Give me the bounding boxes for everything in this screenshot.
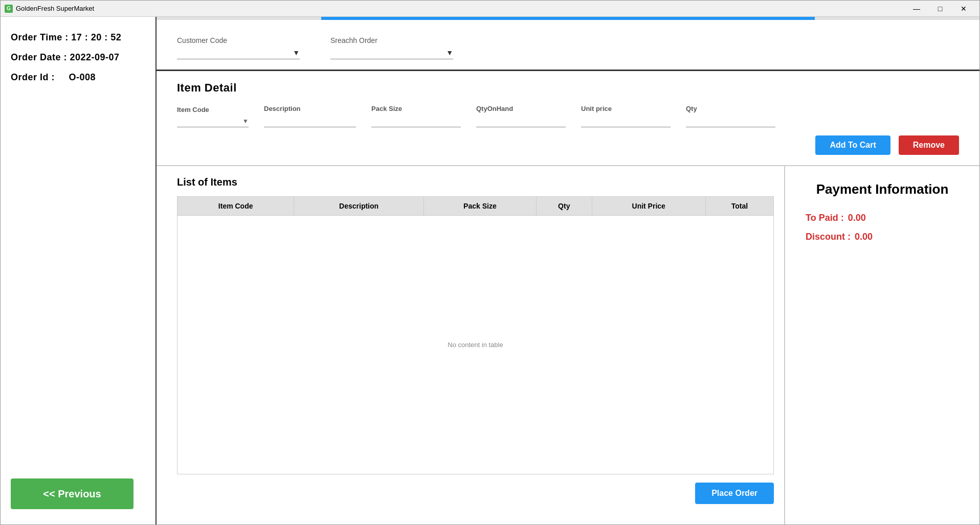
- order-time-label: Order Time :: [11, 32, 69, 42]
- window-controls: — □ ✕: [905, 1, 975, 17]
- qty-on-hand-label: QtyOnHand: [476, 105, 566, 112]
- app-title: GoldenFresh SuperMarket: [16, 5, 94, 12]
- action-buttons: Add To Cart Remove: [177, 135, 959, 155]
- place-order-row: Place Order: [177, 483, 774, 514]
- title-bar: G GoldenFresh SuperMarket — □ ✕: [1, 1, 979, 17]
- order-id-row: Order Id : O-008: [11, 72, 145, 83]
- customer-code-arrow: ▼: [293, 49, 300, 57]
- pack-size-label: Pack Size: [371, 105, 461, 112]
- discount-row: Discount : 0.00: [806, 232, 959, 242]
- item-detail-section: Item Detail Item Code ▼ Description: [157, 71, 979, 166]
- sidebar: Order Time : 17 : 20 : 52 Order Date : 2…: [1, 17, 157, 524]
- pack-size-group: Pack Size: [371, 105, 461, 127]
- description-input[interactable]: [264, 115, 356, 127]
- app-icon: G: [5, 5, 13, 13]
- sidebar-info: Order Time : 17 : 20 : 52 Order Date : 2…: [11, 32, 145, 83]
- no-content-cell: No content in table: [177, 216, 774, 474]
- qty-on-hand-group: QtyOnHand: [476, 105, 566, 127]
- col-qty: Qty: [536, 197, 592, 216]
- add-to-cart-button[interactable]: Add To Cart: [815, 135, 890, 155]
- order-id-label: Order Id :: [11, 72, 55, 82]
- payment-section: Payment Information To Paid : 0.00 Disco…: [785, 166, 979, 524]
- item-code-arrow: ▼: [242, 118, 249, 125]
- col-description: Description: [294, 197, 424, 216]
- list-section: List of Items Item Code Description Pack…: [157, 166, 785, 524]
- main-content: Customer Code ▼ Sreachh Order ▼ Item De: [157, 17, 979, 524]
- item-code-group: Item Code ▼: [177, 106, 249, 127]
- maximize-button[interactable]: □: [928, 1, 952, 17]
- order-id-value: O-008: [69, 72, 96, 82]
- minimize-button[interactable]: —: [905, 1, 928, 17]
- pack-size-input[interactable]: [371, 115, 461, 127]
- col-pack-size: Pack Size: [424, 197, 536, 216]
- order-time-value: 17 : 20 : 52: [71, 32, 121, 42]
- qty-input[interactable]: [686, 115, 775, 127]
- list-title: List of Items: [177, 176, 774, 188]
- bottom-section: List of Items Item Code Description Pack…: [157, 166, 979, 524]
- unit-price-input[interactable]: [581, 115, 671, 127]
- discount-label: Discount :: [806, 232, 851, 242]
- description-label: Description: [264, 105, 356, 112]
- payment-title: Payment Information: [806, 181, 959, 197]
- item-code-label: Item Code: [177, 106, 249, 113]
- discount-value: 0.00: [855, 232, 873, 242]
- previous-button[interactable]: << Previous: [11, 478, 133, 509]
- table-body: No content in table: [177, 216, 774, 474]
- item-detail-title: Item Detail: [177, 81, 959, 95]
- qty-on-hand-input[interactable]: [476, 115, 566, 127]
- unit-price-label: Unit price: [581, 105, 671, 112]
- col-item-code: Item Code: [177, 197, 294, 216]
- unit-price-group: Unit price: [581, 105, 671, 127]
- items-table: Item Code Description Pack Size Qty Unit…: [177, 196, 774, 474]
- no-content-row: No content in table: [177, 216, 774, 474]
- customer-code-label: Customer Code: [177, 36, 300, 44]
- qty-label: Qty: [686, 105, 775, 112]
- search-order-field[interactable]: Sreachh Order ▼: [330, 36, 453, 59]
- to-paid-label: To Paid :: [806, 213, 844, 223]
- qty-group: Qty: [686, 105, 775, 127]
- to-paid-value: 0.00: [848, 213, 866, 223]
- remove-button[interactable]: Remove: [899, 135, 959, 155]
- close-button[interactable]: ✕: [952, 1, 975, 17]
- to-paid-row: To Paid : 0.00: [806, 213, 959, 223]
- table-header: Item Code Description Pack Size Qty Unit…: [177, 197, 774, 216]
- col-unit-price: Unit Price: [592, 197, 705, 216]
- customer-code-field[interactable]: Customer Code ▼: [177, 36, 300, 59]
- place-order-button[interactable]: Place Order: [695, 483, 774, 504]
- description-group: Description: [264, 105, 356, 127]
- order-date-value: 2022-09-07: [70, 52, 120, 62]
- order-date-label: Order Date :: [11, 52, 67, 62]
- search-order-label: Sreachh Order: [330, 36, 453, 44]
- title-bar-left: G GoldenFresh SuperMarket: [5, 5, 94, 13]
- search-order-arrow: ▼: [446, 49, 453, 57]
- search-order-dropdown[interactable]: ▼: [330, 47, 453, 59]
- item-fields: Item Code ▼ Description Pack Size: [177, 105, 959, 127]
- item-code-dropdown[interactable]: ▼: [177, 116, 249, 127]
- top-section: Customer Code ▼ Sreachh Order ▼: [157, 20, 979, 71]
- order-date-row: Order Date : 2022-09-07: [11, 52, 145, 63]
- col-total: Total: [705, 197, 773, 216]
- customer-code-dropdown[interactable]: ▼: [177, 47, 300, 59]
- order-time-row: Order Time : 17 : 20 : 52: [11, 32, 145, 43]
